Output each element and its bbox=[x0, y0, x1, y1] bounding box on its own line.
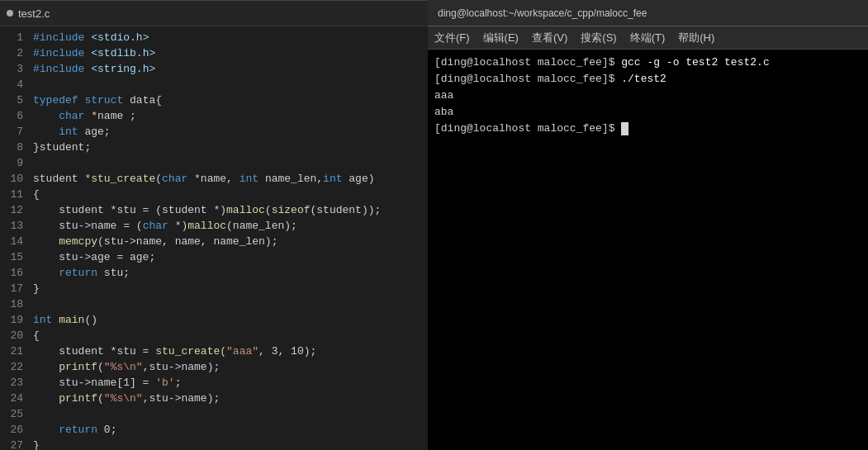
code-line: student *stu = (student *)malloc(sizeof(… bbox=[33, 202, 428, 218]
code-line: printf("%s\n",stu->name); bbox=[33, 359, 428, 375]
line-numbers: 1234567891011121314151617181920212223242… bbox=[0, 26, 30, 450]
code-line: }student; bbox=[33, 140, 428, 155]
code-line: printf("%s\n",stu->name); bbox=[33, 391, 428, 406]
code-line: return stu; bbox=[33, 265, 428, 281]
terminal-line: [ding@localhost malocc_fee]$ bbox=[434, 121, 861, 137]
menu-item[interactable]: 查看(V) bbox=[532, 31, 567, 45]
code-line bbox=[33, 296, 428, 312]
menu-item[interactable]: 终端(T) bbox=[630, 31, 666, 45]
code-line: #include <stdio.h> bbox=[33, 30, 428, 45]
menu-item[interactable]: 编辑(E) bbox=[483, 31, 519, 45]
code-line: stu->age = age; bbox=[33, 249, 428, 265]
code-editor: test2.c 12345678910111213141516171819202… bbox=[0, 0, 428, 450]
terminal-menubar: 文件(F)编辑(E)查看(V)搜索(S)终端(T)帮助(H) bbox=[428, 26, 868, 50]
terminal-body[interactable]: [ding@localhost malocc_fee]$ gcc -g -o t… bbox=[428, 50, 868, 450]
terminal-line: [ding@localhost malocc_fee]$ gcc -g -o t… bbox=[434, 54, 861, 71]
menu-item[interactable]: 文件(F) bbox=[434, 31, 470, 45]
code-line: } bbox=[33, 438, 428, 450]
code-line: { bbox=[33, 187, 428, 202]
terminal-line: aaa bbox=[434, 88, 861, 104]
tab-filename: test2.c bbox=[18, 7, 50, 20]
terminal-cursor bbox=[621, 122, 628, 135]
code-line bbox=[33, 77, 428, 92]
code-line: typedef struct data{ bbox=[33, 92, 428, 108]
menu-item[interactable]: 帮助(H) bbox=[678, 31, 714, 45]
code-line: #include <string.h> bbox=[33, 61, 428, 77]
code-line bbox=[33, 155, 428, 171]
terminal-title: ding@localhost:~/workspace/c_cpp/malocc_… bbox=[438, 7, 647, 19]
code-content[interactable]: #include <stdio.h>#include <stdlib.h>#in… bbox=[30, 26, 428, 450]
code-line: #include <stdlib.h> bbox=[33, 45, 428, 61]
menu-item[interactable]: 搜索(S) bbox=[581, 31, 616, 45]
code-line: int main() bbox=[33, 312, 428, 328]
code-line: { bbox=[33, 328, 428, 343]
code-line: return 0; bbox=[33, 422, 428, 438]
tab-modified-dot bbox=[7, 10, 13, 17]
terminal-line: [ding@localhost malocc_fee]$ ./test2 bbox=[434, 71, 861, 88]
code-line: student *stu = stu_create("aaa", 3, 10); bbox=[33, 343, 428, 359]
code-line bbox=[33, 406, 428, 422]
terminal-line: aba bbox=[434, 104, 861, 121]
editor-tab: test2.c bbox=[0, 0, 428, 26]
code-line: stu->name = (char *)malloc(name_len); bbox=[33, 218, 428, 234]
code-line: memcpy(stu->name, name, name_len); bbox=[33, 234, 428, 249]
code-line: stu->name[1] = 'b'; bbox=[33, 375, 428, 391]
code-area[interactable]: 1234567891011121314151617181920212223242… bbox=[0, 26, 428, 450]
terminal-titlebar: ding@localhost:~/workspace/c_cpp/malocc_… bbox=[428, 0, 868, 26]
code-line: char *name ; bbox=[33, 108, 428, 124]
code-line: int age; bbox=[33, 124, 428, 140]
terminal: ding@localhost:~/workspace/c_cpp/malocc_… bbox=[428, 0, 868, 450]
code-line: } bbox=[33, 281, 428, 296]
code-line: student *stu_create(char *name, int name… bbox=[33, 171, 428, 187]
